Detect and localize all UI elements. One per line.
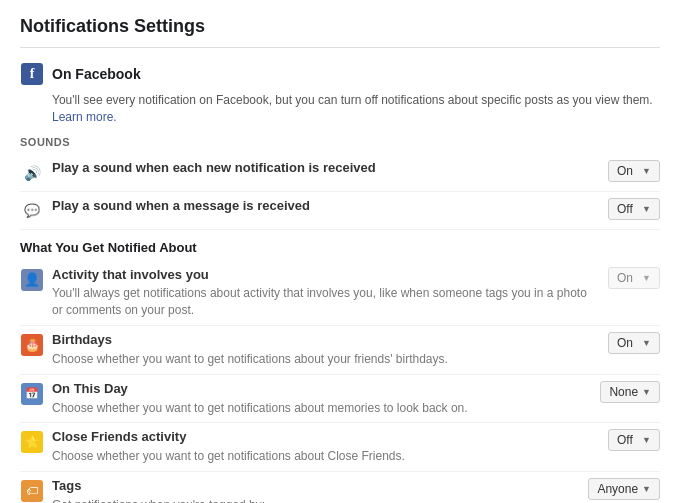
closefriends-control: Off ▼ — [608, 429, 660, 451]
dropdown-arrow-icon: ▼ — [642, 338, 651, 348]
tags-dropdown[interactable]: Anyone ▼ — [588, 478, 660, 500]
page-title: Notifications Settings — [20, 16, 660, 37]
tags-control: Anyone ▼ — [588, 478, 660, 500]
learn-more-link[interactable]: Learn more. — [52, 110, 117, 124]
page-container: Notifications Settings f On Facebook You… — [0, 0, 680, 503]
dropdown-arrow-icon: ▼ — [642, 484, 651, 494]
on-facebook-desc: You'll see every notification on Faceboo… — [52, 92, 660, 126]
activity-desc: You'll always get notifications about ac… — [52, 285, 598, 319]
activity-dropdown[interactable]: On ▼ — [608, 267, 660, 289]
dropdown-arrow-icon: ▼ — [642, 435, 651, 445]
message-icon: 💬 — [20, 199, 44, 223]
sound-message-title: Play a sound when a message is received — [52, 198, 598, 215]
dropdown-arrow-icon: ▼ — [642, 166, 651, 176]
tags-row: 🏷 Tags Get notifications when you're tag… — [20, 472, 660, 503]
closefriends-row: ⭐ Close Friends activity Choose whether … — [20, 423, 660, 472]
birthdays-row: 🎂 Birthdays Choose whether you want to g… — [20, 326, 660, 375]
onthisday-icon: 📅 — [20, 382, 44, 406]
closefriends-icon: ⭐ — [20, 430, 44, 454]
birthdays-desc: Choose whether you want to get notificat… — [52, 351, 598, 368]
dropdown-arrow-icon: ▼ — [642, 273, 651, 283]
what-notified-section: What You Get Notified About 👤 Activity t… — [20, 240, 660, 503]
closefriends-title: Close Friends activity — [52, 429, 598, 446]
onthisday-row: 📅 On This Day Choose whether you want to… — [20, 375, 660, 424]
what-notified-label: What You Get Notified About — [20, 240, 660, 255]
tags-title: Tags — [52, 478, 578, 495]
sound-message-dropdown[interactable]: Off ▼ — [608, 198, 660, 220]
title-divider — [20, 47, 660, 48]
on-facebook-section: f On Facebook You'll see every notificat… — [20, 62, 660, 126]
onthisday-dropdown[interactable]: None ▼ — [600, 381, 660, 403]
sound-message-row: 💬 Play a sound when a message is receive… — [20, 192, 660, 230]
sound-notification-dropdown[interactable]: On ▼ — [608, 160, 660, 182]
on-facebook-header: f On Facebook — [20, 62, 660, 86]
sound-icon: 🔊 — [20, 161, 44, 185]
birthdays-title: Birthdays — [52, 332, 598, 349]
activity-title: Activity that involves you — [52, 267, 598, 284]
birthdays-control: On ▼ — [608, 332, 660, 354]
closefriends-desc: Choose whether you want to get notificat… — [52, 448, 598, 465]
person-icon: 👤 — [20, 268, 44, 292]
dropdown-arrow-icon: ▼ — [642, 204, 651, 214]
closefriends-dropdown[interactable]: Off ▼ — [608, 429, 660, 451]
tag-icon: 🏷 — [20, 479, 44, 503]
onthisday-desc: Choose whether you want to get notificat… — [52, 400, 590, 417]
sound-notification-title: Play a sound when each new notification … — [52, 160, 598, 177]
sound-notification-row: 🔊 Play a sound when each new notificatio… — [20, 154, 660, 192]
sounds-section: SOUNDS 🔊 Play a sound when each new noti… — [20, 136, 660, 230]
on-facebook-title: On Facebook — [52, 66, 141, 82]
sounds-label: SOUNDS — [20, 136, 660, 148]
tags-desc: Get notifications when you're tagged by: — [52, 497, 578, 503]
facebook-icon: f — [20, 62, 44, 86]
activity-control: On ▼ — [608, 267, 660, 289]
birthdays-dropdown[interactable]: On ▼ — [608, 332, 660, 354]
activity-row: 👤 Activity that involves you You'll alwa… — [20, 261, 660, 326]
onthisday-title: On This Day — [52, 381, 590, 398]
onthisday-control: None ▼ — [600, 381, 660, 403]
birthday-icon: 🎂 — [20, 333, 44, 357]
sound-notification-control: On ▼ — [608, 160, 660, 182]
sound-message-control: Off ▼ — [608, 198, 660, 220]
dropdown-arrow-icon: ▼ — [642, 387, 651, 397]
